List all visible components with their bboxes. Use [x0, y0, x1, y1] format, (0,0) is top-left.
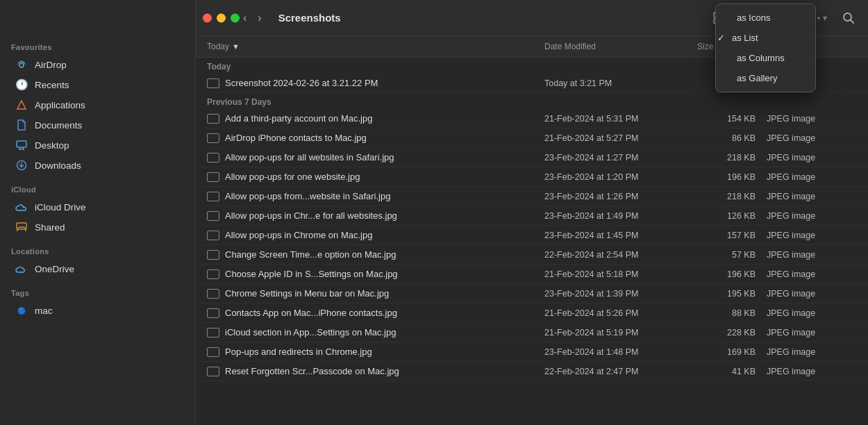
sidebar-item-documents[interactable]: Documents — [4, 115, 191, 135]
file-name: Allow pop-ups for all websites in Safari… — [225, 152, 394, 162]
svg-rect-2 — [17, 141, 26, 147]
file-size: 196 KB — [697, 269, 767, 279]
table-row[interactable]: Allow pop-ups for one website.jpg 23-Feb… — [196, 167, 868, 187]
sidebar-item-icloud-drive[interactable]: iCloud Drive — [4, 197, 191, 217]
nav-buttons: ‹ › — [239, 10, 266, 26]
table-row[interactable]: Contacts App on Mac...iPhone contacts.jp… — [196, 303, 868, 323]
sidebar-item-icloud-drive-label: iCloud Drive — [35, 202, 86, 212]
file-size: 41 KB — [697, 367, 767, 376]
file-name: Allow pop-ups in Chrome on Mac.jpg — [225, 230, 372, 240]
search-button[interactable] — [837, 8, 860, 28]
dropdown-item-as-list[interactable]: as List — [716, 28, 815, 48]
file-date: 21-Feb-2024 at 5:18 PM — [544, 269, 697, 279]
dropdown-item-as-columns[interactable]: as Columns — [716, 48, 815, 68]
more-dropdown-arrow: ▾ — [823, 13, 827, 23]
file-date: 23-Feb-2024 at 1:20 PM — [544, 172, 697, 182]
sidebar-item-documents-label: Documents — [35, 120, 82, 131]
table-row[interactable]: Add a third-party account on Mac.jpg 21-… — [196, 109, 868, 128]
file-thumbnail — [207, 192, 219, 201]
file-date: 22-Feb-2024 at 2:47 PM — [544, 367, 697, 376]
file-size: 126 KB — [697, 211, 767, 221]
file-date: 21-Feb-2024 at 5:19 PM — [544, 328, 697, 338]
locations-label: Locations — [0, 238, 195, 258]
dropdown-item-as-icons[interactable]: as Icons — [716, 8, 815, 28]
file-name: Contacts App on Mac...iPhone contacts.jp… — [225, 308, 397, 318]
file-thumbnail — [207, 269, 219, 279]
sidebar-item-airdrop-label: AirDrop — [35, 60, 67, 70]
sidebar: Favourites AirDrop 🕐 Recents Applicatio — [0, 0, 196, 425]
file-name: Add a third-party account on Mac.jpg — [225, 113, 372, 124]
favorites-label: Favourites — [0, 33, 195, 54]
file-date: 21-Feb-2024 at 5:26 PM — [544, 308, 697, 318]
fullscreen-button[interactable] — [231, 13, 240, 22]
onedrive-icon — [15, 262, 28, 275]
file-thumbnail — [207, 289, 219, 299]
table-row[interactable]: Allow pop-ups from...website in Safari.j… — [196, 187, 868, 206]
sidebar-item-downloads-label: Downloads — [35, 160, 81, 171]
dropdown-item-as-gallery[interactable]: as Gallery — [716, 68, 815, 88]
tags-label: Tags — [0, 279, 195, 300]
file-kind: JPEG image — [767, 367, 857, 376]
back-button[interactable]: ‹ — [239, 10, 251, 26]
table-row[interactable]: Reset Forgotten Scr...Passcode on Mac.jp… — [196, 362, 868, 381]
file-name: Change Screen Time...e option on Mac.jpg — [225, 249, 396, 260]
table-row[interactable]: Allow pop-ups for all websites in Safari… — [196, 148, 868, 167]
sidebar-item-shared[interactable]: Shared — [4, 217, 191, 237]
table-row[interactable]: AirDrop iPhone contacts to Mac.jpg 21-Fe… — [196, 128, 868, 148]
file-name: Chrome Settings in Menu bar on Mac.jpg — [225, 288, 389, 299]
file-name: Allow pop-ups for one website.jpg — [225, 172, 360, 182]
sidebar-item-onedrive-label: OneDrive — [35, 264, 74, 274]
applications-icon — [15, 99, 28, 111]
file-name: Reset Forgotten Scr...Passcode on Mac.jp… — [225, 366, 399, 376]
table-row[interactable]: iCloud section in App...Settings on Mac.… — [196, 323, 868, 342]
sidebar-section-locations: Locations OneDrive — [0, 238, 195, 279]
file-name: Choose Apple ID in S...Settings on Mac.j… — [225, 269, 398, 279]
sidebar-section-tags: Tags 🔵 mac — [0, 279, 195, 321]
icloud-label: iCloud — [0, 176, 195, 197]
file-kind: JPEG image — [767, 114, 857, 124]
svg-line-17 — [851, 19, 854, 23]
file-size: 196 KB — [697, 172, 767, 182]
table-row[interactable]: Pop-ups and redirects in Chrome.jpg 23-F… — [196, 342, 868, 362]
file-thumbnail — [207, 114, 219, 124]
name-column-header[interactable]: Today ▼ — [207, 39, 544, 54]
sidebar-item-applications-label: Applications — [35, 100, 85, 110]
sort-arrow: ▼ — [232, 42, 240, 51]
file-name: AirDrop iPhone contacts to Mac.jpg — [225, 133, 367, 143]
file-date: 23-Feb-2024 at 1:39 PM — [544, 289, 697, 299]
shared-icon — [15, 221, 28, 233]
desktop-icon — [15, 139, 28, 151]
minimize-button[interactable] — [217, 13, 226, 22]
sidebar-item-desktop[interactable]: Desktop — [4, 135, 191, 155]
sidebar-item-applications[interactable]: Applications — [4, 95, 191, 115]
file-thumbnail — [207, 328, 219, 338]
table-row[interactable]: Choose Apple ID in S...Settings on Mac.j… — [196, 265, 868, 284]
close-button[interactable] — [203, 13, 212, 22]
main-content: ‹ › Screenshots ▾ — [196, 0, 868, 425]
file-kind: JPEG image — [767, 231, 857, 240]
table-row[interactable]: Allow pop-ups in Chrome on Mac.jpg 23-Fe… — [196, 226, 868, 245]
table-row[interactable]: Allow pop-ups in Chr...e for all website… — [196, 206, 868, 226]
file-size: 169 KB — [697, 347, 767, 357]
file-list: Today ▼ Date Modified Size Kind Today Sc… — [196, 36, 868, 425]
sidebar-item-onedrive[interactable]: OneDrive — [4, 259, 191, 278]
table-row[interactable]: Change Screen Time...e option on Mac.jpg… — [196, 245, 868, 265]
sidebar-item-downloads[interactable]: Downloads — [4, 156, 191, 175]
file-date: 21-Feb-2024 at 5:31 PM — [544, 114, 697, 124]
recents-icon: 🕐 — [15, 78, 28, 91]
sidebar-item-shared-label: Shared — [35, 222, 65, 233]
file-thumbnail — [207, 211, 219, 221]
file-kind: JPEG image — [767, 192, 857, 201]
file-kind: JPEG image — [767, 133, 857, 143]
sidebar-item-mac-tag[interactable]: 🔵 mac — [4, 301, 191, 320]
sidebar-item-airdrop[interactable]: AirDrop — [4, 55, 191, 74]
file-kind: JPEG image — [767, 211, 857, 221]
file-kind: JPEG image — [767, 172, 857, 182]
file-size: 154 KB — [697, 114, 767, 124]
file-thumbnail — [207, 250, 219, 260]
file-kind: JPEG image — [767, 289, 857, 299]
file-date: Today at 3:21 PM — [544, 78, 697, 88]
table-row[interactable]: Chrome Settings in Menu bar on Mac.jpg 2… — [196, 284, 868, 303]
sidebar-item-recents[interactable]: 🕐 Recents — [4, 75, 191, 94]
forward-button[interactable]: › — [253, 10, 265, 26]
